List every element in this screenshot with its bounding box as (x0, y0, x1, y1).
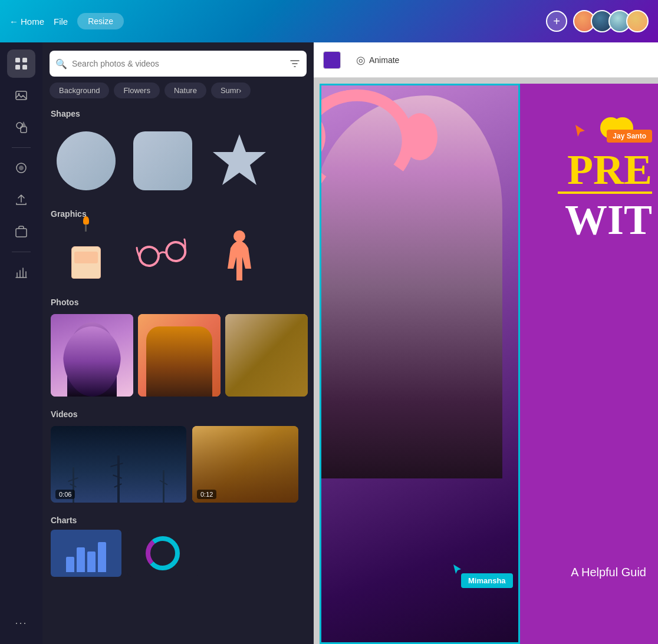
filter-tags-row: Background Flowers Nature Sumr› (42, 82, 314, 104)
nav-right-area: + (546, 10, 649, 32)
plus-icon: + (553, 15, 560, 28)
photo-container (320, 84, 520, 644)
sidebar-separator (12, 147, 31, 148)
candle-wick (85, 224, 87, 232)
candle-element (65, 232, 107, 279)
collaborator-avatars (573, 10, 649, 32)
design-helper-text: A Helpful Guid (571, 566, 646, 579)
back-icon: ← (9, 16, 18, 27)
back-button[interactable]: ← (9, 16, 18, 27)
videos-grid: 0:06 0:12 (42, 424, 314, 511)
photo-item-3[interactable] (225, 314, 308, 397)
photos-grid (42, 312, 314, 405)
charts-section (42, 530, 314, 577)
chart-item-2[interactable] (127, 530, 198, 577)
svg-rect-2 (15, 65, 20, 70)
jay-cursor-tooltip: Jay Santo (607, 130, 652, 143)
sidebar-item-more[interactable]: ··· (7, 609, 35, 637)
search-icon: 🔍 (55, 58, 67, 70)
top-navigation: ← Home File Resize + (0, 0, 658, 42)
candle-body (71, 246, 101, 279)
shape-rounded-rect-item[interactable] (127, 126, 198, 196)
shapes-section-title: Shapes (42, 104, 314, 123)
home-nav-item[interactable]: Home (21, 16, 44, 27)
design-canvas[interactable]: PRE WIT A Helpful Guid Mimansha (320, 84, 658, 644)
shape-star-item[interactable] (204, 126, 275, 196)
add-collaborator-button[interactable]: + (546, 11, 567, 32)
video-item-2[interactable]: 0:12 (192, 426, 298, 503)
main-canvas-area: ◎ Animate Jay Santo (314, 42, 658, 644)
canvas-background: PRE WIT A Helpful Guid Mimansha (314, 78, 658, 644)
filter-tag-nature[interactable]: Nature (164, 82, 206, 98)
canvas-toolbar: ◎ Animate (314, 42, 658, 78)
videos-section-title: Videos (42, 405, 314, 424)
search-bar: 🔍 (50, 51, 307, 77)
sidebar-item-analytics[interactable] (7, 258, 35, 286)
sidebar-item-upload[interactable] (7, 186, 35, 214)
video-item-1[interactable]: 0:06 (51, 426, 186, 503)
left-sidebar: ··· (0, 42, 42, 644)
search-input[interactable] (72, 59, 289, 68)
shapes-grid (42, 123, 314, 204)
charts-section-title: Charts (42, 511, 314, 530)
svg-point-15 (138, 245, 160, 267)
sidebar-item-grid[interactable] (7, 49, 35, 78)
design-underline (558, 191, 652, 194)
candle-flame (83, 216, 89, 224)
filter-tag-summer[interactable]: Sumr› (211, 82, 251, 98)
design-text-pre: PRE (567, 148, 652, 191)
animate-icon: ◎ (356, 54, 366, 67)
jay-cursor-icon (573, 124, 587, 138)
svg-marker-14 (213, 134, 266, 185)
svg-rect-1 (22, 58, 27, 62)
resize-button[interactable]: Resize (77, 13, 124, 29)
photo-item-1[interactable] (51, 314, 133, 397)
animate-button[interactable]: ◎ Animate (350, 50, 405, 70)
animate-label: Animate (369, 55, 399, 65)
filter-tag-flowers[interactable]: Flowers (114, 82, 160, 98)
svg-rect-10 (16, 229, 27, 237)
filter-tag-background[interactable]: Background (50, 82, 109, 98)
sidebar-item-elements[interactable] (7, 113, 35, 141)
glasses-element (133, 233, 192, 278)
graphic-candle[interactable] (51, 226, 121, 285)
svg-rect-0 (15, 58, 20, 62)
sidebar-separator-2 (12, 252, 31, 252)
sidebar-item-images[interactable] (7, 81, 35, 110)
svg-rect-3 (22, 65, 27, 70)
photo-item-2[interactable] (138, 314, 221, 397)
circle-shape (57, 131, 116, 190)
sidebar-item-brand[interactable] (7, 154, 35, 182)
video-duration-1: 0:06 (55, 490, 75, 499)
chart-item-1[interactable] (51, 530, 121, 577)
shape-circle-item[interactable] (51, 126, 121, 196)
person-element (219, 227, 260, 283)
media-panel: 🔍 Background Flowers Nature Sumr› Shapes (42, 42, 314, 644)
design-text-wit: WIT (565, 199, 652, 241)
graphics-grid (42, 223, 314, 293)
color-swatch[interactable] (323, 51, 341, 69)
filter-button[interactable] (289, 58, 301, 70)
mimansha-cursor-tooltip: Mimansha (461, 573, 513, 588)
rounded-rect-shape (133, 131, 192, 190)
person-photo (320, 84, 520, 644)
photos-section-title: Photos (42, 293, 314, 312)
avatar-4 (626, 10, 649, 32)
file-nav-item[interactable]: File (54, 16, 68, 27)
graphic-glasses[interactable] (127, 226, 198, 285)
svg-rect-4 (16, 91, 27, 100)
graphic-person[interactable] (204, 226, 275, 285)
sidebar-item-projects[interactable] (7, 217, 35, 246)
star-shape (210, 131, 269, 190)
video-duration-2: 0:12 (197, 490, 216, 499)
svg-point-16 (165, 240, 187, 262)
